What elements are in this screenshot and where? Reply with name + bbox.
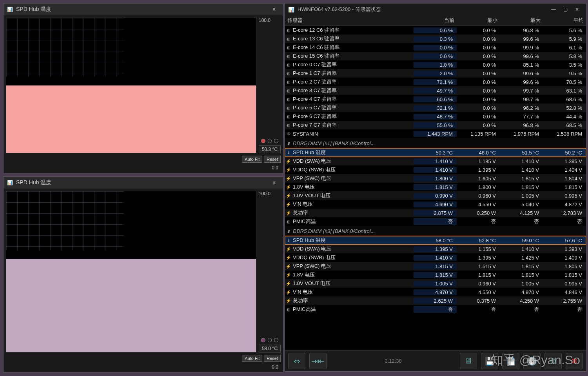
sensor-row[interactable]: ◐PMIC高温否否否否 xyxy=(285,305,586,314)
window-title: SPD Hub 温度 xyxy=(16,6,51,13)
sensor-row[interactable]: 🌡SPD Hub 温度50.3 °C46.0 °C51.5 °C50.2 °C xyxy=(285,148,586,157)
app-icon: 📊 xyxy=(7,180,13,186)
val-max: 否 xyxy=(500,306,543,313)
col-avg[interactable]: 平均 xyxy=(543,15,586,25)
sensor-type-icon: ⚡ xyxy=(285,281,292,286)
monitor-button[interactable]: 🖥 xyxy=(460,353,477,369)
col-min[interactable]: 最小 xyxy=(457,15,500,25)
val-current: 1.815 V xyxy=(414,184,457,190)
sensor-rows[interactable]: ◐E-core 12 C6 驻留率0.6 %0.0 %96.8 %5.6 %◐E… xyxy=(285,26,586,350)
val-current: 0.0 % xyxy=(414,53,457,59)
sensor-row[interactable]: ◐P-core 2 C7 驻留率72.1 %0.0 %99.6 %70.5 % xyxy=(285,78,586,86)
val-min: 0.250 W xyxy=(457,210,500,216)
log-button[interactable]: 📄 xyxy=(502,353,519,369)
sensor-row[interactable]: ⚡VPP (SWC) 电压1.815 V1.515 V1.815 V1.805 … xyxy=(285,262,586,271)
legend-dot-icon[interactable] xyxy=(268,139,272,143)
legend-dot-icon[interactable] xyxy=(261,139,265,143)
sensor-row[interactable]: ◐E-core 13 C6 驻留率0.3 %0.0 %99.6 %5.9 % xyxy=(285,35,586,43)
sensor-row[interactable]: ◐P-core 3 C7 驻留率49.7 %0.0 %99.7 %63.1 % xyxy=(285,86,586,95)
val-min: 0.0 % xyxy=(457,45,500,51)
sensor-row[interactable]: ◐PMIC高温否否否否 xyxy=(285,217,586,226)
sensor-row[interactable]: ⚡VDDQ (SWB) 电压1.410 V1.395 V1.425 V1.409… xyxy=(285,253,586,262)
sensor-row[interactable]: ⚡VDD (SWA) 电压1.395 V1.155 V1.410 V1.393 … xyxy=(285,245,586,253)
close-icon[interactable]: ✕ xyxy=(268,4,280,15)
maximize-icon[interactable]: ▢ xyxy=(559,4,571,15)
close-button[interactable]: ✖ xyxy=(566,353,583,369)
col-current[interactable]: 当前 xyxy=(414,15,457,25)
titlebar[interactable]: 📊 SPD Hub 温度 ✕ xyxy=(4,177,283,189)
section-header[interactable]: ▮DDR5 DIMM [#3] (BANK 0/Control... xyxy=(285,226,586,236)
sensor-row[interactable]: ⚡VDDQ (SWB) 电压1.410 V1.395 V1.410 V1.404… xyxy=(285,165,586,174)
reset-button[interactable]: Reset xyxy=(264,355,281,362)
sensor-row[interactable]: ◐P-core 1 C7 驻留率2.0 %0.0 %99.6 %9.5 % xyxy=(285,69,586,78)
val-current: 1.410 V xyxy=(414,158,457,164)
sensor-row[interactable]: ◐P-core 4 C7 驻留率60.6 %0.0 %99.7 %68.6 % xyxy=(285,95,586,104)
val-avg: 4.846 V xyxy=(543,289,586,295)
sensor-type-icon: ◐ xyxy=(285,62,292,67)
sensor-row[interactable]: ⚡1.0V VOUT 电压1.005 V0.960 V1.005 V0.995 … xyxy=(285,279,586,288)
sensor-row[interactable]: ◐E-core 14 C6 驻留率0.0 %0.0 %99.9 %6.1 % xyxy=(285,43,586,52)
legend-dot-icon[interactable] xyxy=(268,338,272,342)
collapse-button[interactable]: ⇥⇤ xyxy=(309,353,327,369)
close-icon[interactable]: ✕ xyxy=(268,177,280,188)
titlebar[interactable]: 📊 HWiNFO64 v7.62-5200 - 传感器状态 ― ▢ ✕ xyxy=(285,4,586,15)
sensor-row[interactable]: ◐E-core 15 C6 驻留率0.0 %0.0 %99.6 %5.8 % xyxy=(285,52,586,60)
val-avg: 3.5 % xyxy=(543,62,586,68)
sensor-type-icon: ⚡ xyxy=(285,176,292,181)
sensor-row[interactable]: ◐P-core 0 C7 驻留率1.0 %0.0 %85.1 %3.5 % xyxy=(285,60,586,69)
autofit-button[interactable]: Auto Fit xyxy=(242,355,262,362)
sensor-row[interactable]: ⚡VIN 电压4.690 V4.550 V5.040 V4.872 V xyxy=(285,200,586,209)
sensor-row[interactable]: ⚡总功率2.625 W0.375 W4.250 W2.755 W xyxy=(285,296,586,305)
sensor-type-icon: ⚡ xyxy=(285,202,292,207)
sensor-row[interactable]: ⚡1.0V VOUT 电压0.990 V0.960 V1.005 V0.995 … xyxy=(285,191,586,200)
val-max: 99.6 % xyxy=(500,36,543,42)
sensor-name: 总功率 xyxy=(292,209,414,216)
val-min: 0.0 % xyxy=(457,79,500,85)
clock-button[interactable]: 🕓 xyxy=(523,353,541,369)
val-max: 1.815 V xyxy=(500,184,543,190)
val-current: 60.6 % xyxy=(414,96,457,102)
reset-button[interactable]: Reset xyxy=(264,156,281,163)
sensor-row[interactable]: ◐P-core 6 C7 驻留率48.7 %0.0 %77.7 %44.4 % xyxy=(285,112,586,121)
minimize-icon[interactable]: ― xyxy=(548,4,559,15)
sensor-row[interactable]: ⚡VPP (SWC) 电压1.800 V1.605 V1.815 V1.804 … xyxy=(285,174,586,183)
graph-window-1: 📊 SPD Hub 温度 ✕ 100.0 50.3 °C xyxy=(3,3,283,173)
sensor-row[interactable]: ⚡总功率2.875 W0.250 W4.125 W2.783 W xyxy=(285,209,586,217)
sensor-row[interactable]: ◐E-core 12 C6 驻留率0.6 %0.0 %96.8 %5.6 % xyxy=(285,26,586,35)
val-current: 1.410 V xyxy=(414,255,457,261)
sensor-row[interactable]: ◐P-core 7 C7 驻留率55.0 %0.0 %96.8 %68.5 % xyxy=(285,121,586,129)
sensor-row[interactable]: 🌡SPD Hub 温度58.0 °C52.8 °C59.0 °C57.6 °C xyxy=(285,236,586,245)
col-sensor[interactable]: 传感器 xyxy=(285,15,414,25)
val-current: 0.0 % xyxy=(414,45,457,51)
val-max: 96.2 % xyxy=(500,105,543,111)
sensor-name: P-core 2 C7 驻留率 xyxy=(292,78,414,85)
save-button[interactable]: 💾 xyxy=(481,353,498,369)
legend-dot-icon[interactable] xyxy=(261,338,265,342)
sensor-row[interactable]: ❊SYSFANIN1,443 RPM1,135 RPM1,976 RPM1,53… xyxy=(285,129,586,138)
settings-button[interactable]: ⚙ xyxy=(544,353,562,369)
legend-dot-icon[interactable] xyxy=(274,338,278,342)
close-icon[interactable]: ✕ xyxy=(571,4,583,15)
sensor-row[interactable]: ⚡VIN 电压4.970 V4.550 V4.970 V4.846 V xyxy=(285,288,586,296)
val-max: 99.6 % xyxy=(500,79,543,85)
val-min: 0.0 % xyxy=(457,71,500,76)
sensor-name: 1.8V 电压 xyxy=(292,271,414,278)
scale-min: 0.0 xyxy=(6,364,281,370)
sensor-type-icon: ◐ xyxy=(285,45,292,50)
sensor-name: SPD Hub 温度 xyxy=(292,237,414,244)
section-header[interactable]: ▮DDR5 DIMM [#1] (BANK 0/Control... xyxy=(285,138,586,148)
titlebar[interactable]: 📊 SPD Hub 温度 ✕ xyxy=(4,4,283,15)
sensor-row[interactable]: ⚡1.8V 电压1.815 V1.815 V1.815 V1.815 V xyxy=(285,271,586,279)
sensor-row[interactable]: ⚡1.8V 电压1.815 V1.800 V1.815 V1.815 V xyxy=(285,183,586,191)
autofit-button[interactable]: Auto Fit xyxy=(242,156,262,163)
sensor-row[interactable]: ⚡VDD (SWA) 电压1.410 V1.185 V1.410 V1.395 … xyxy=(285,157,586,165)
val-min: 1.155 V xyxy=(457,246,500,252)
scale-max: 100.0 xyxy=(259,18,281,23)
expand-button[interactable]: ⇔ xyxy=(288,353,305,369)
window-title: SPD Hub 温度 xyxy=(16,179,51,186)
legend-dot-icon[interactable] xyxy=(274,139,278,143)
col-max[interactable]: 最大 xyxy=(500,15,543,25)
sensor-row[interactable]: ◐P-core 5 C7 驻留率32.1 %0.0 %96.2 %52.8 % xyxy=(285,104,586,112)
val-min: 46.0 °C xyxy=(457,150,500,156)
chip-icon: ▮ xyxy=(285,229,292,234)
